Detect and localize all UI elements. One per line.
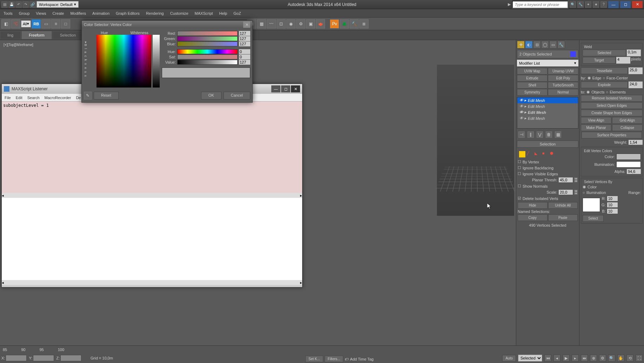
face-icon[interactable]: ◣ xyxy=(535,151,541,157)
surface-properties-header[interactable]: Surface Properties xyxy=(582,132,642,138)
save-icon[interactable]: 💾 xyxy=(8,1,15,8)
g-spinner[interactable]: 10 xyxy=(607,202,618,207)
next-frame-icon[interactable]: ▸ xyxy=(572,355,579,362)
view-align-button[interactable]: View Align xyxy=(581,117,611,124)
illum-swatch[interactable] xyxy=(616,161,641,168)
unhide-button[interactable]: Unhide All xyxy=(548,202,578,209)
mod-uvwmap[interactable]: UVW Map xyxy=(517,68,547,74)
mod-extrude[interactable]: Extrude xyxy=(517,75,547,82)
x-input[interactable] xyxy=(6,355,27,361)
create-shape-button[interactable]: Create Shape from Edges xyxy=(581,110,643,116)
listener-scrollbar[interactable]: ◂▸ xyxy=(2,193,302,198)
close-button[interactable]: ✕ xyxy=(632,1,643,8)
undo-icon[interactable]: ↶ xyxy=(15,1,22,8)
material-icon[interactable]: ◉ xyxy=(286,19,296,28)
b-spinner[interactable]: 10 xyxy=(607,209,618,214)
scale-spinner[interactable]: 20,0 xyxy=(559,190,573,195)
stack-item[interactable]: 👁 ▸Edit Mesh xyxy=(517,103,578,109)
sat-slider[interactable] xyxy=(177,54,238,59)
workspace-dropdown[interactable]: Workspace: Default▾ xyxy=(36,1,79,8)
copy-button[interactable]: Copy xyxy=(518,214,547,221)
value-gradient[interactable] xyxy=(153,35,160,87)
make-planar-button[interactable]: Make Planar xyxy=(581,124,611,131)
curve-icon[interactable]: 〰 xyxy=(267,19,276,28)
mod-normal[interactable]: Normal xyxy=(548,89,578,96)
hue-gradient[interactable] xyxy=(97,35,151,87)
spin-up-icon[interactable]: ▴ xyxy=(574,190,578,192)
mod-turbosmooth[interactable]: TurboSmooth xyxy=(548,82,578,89)
tab-create-icon[interactable]: ✚ xyxy=(517,41,525,48)
goto-end-icon[interactable]: ⏭ xyxy=(581,355,588,362)
listener-maximize-button[interactable]: ◻ xyxy=(281,85,290,92)
hide-button[interactable]: Hide xyxy=(518,202,547,209)
stack-item[interactable]: 👁 ▸Edit Mesh xyxy=(517,109,578,115)
menu-create[interactable]: Create xyxy=(52,11,64,15)
grid-align-button[interactable]: Grid Align xyxy=(612,117,643,124)
search-arrow-icon[interactable]: ▶ xyxy=(508,2,511,7)
star-icon[interactable]: ★ xyxy=(593,1,599,8)
list-icon[interactable]: ≣ xyxy=(359,19,369,28)
vertex-icon[interactable]: ∴ xyxy=(519,151,525,157)
sat-value[interactable]: 0 xyxy=(239,54,250,59)
zoom-icon[interactable]: 🔍 xyxy=(608,355,615,362)
remove-isolated-button[interactable]: Remove Isolated Vertices xyxy=(581,95,643,102)
tab-utilities-icon[interactable]: 🔧 xyxy=(557,41,565,48)
make-unique-icon[interactable]: ⋁ xyxy=(537,131,543,138)
menu-rendering[interactable]: Rendering xyxy=(146,11,164,15)
link-icon[interactable]: 🔗 xyxy=(29,1,36,8)
menu-goz[interactable]: GoZ xyxy=(233,11,241,15)
red-value[interactable]: 127 xyxy=(239,31,250,36)
color-dialog-titlebar[interactable]: Color Selector: Vertex Color ✕ xyxy=(82,21,252,28)
weld-selected-button[interactable]: Selected xyxy=(583,50,626,56)
explode-spinner[interactable]: 24,0 xyxy=(629,82,643,88)
hammer-icon[interactable]: 🔨 xyxy=(350,19,359,28)
select-region-icon[interactable]: □ xyxy=(61,19,70,28)
menu-views[interactable]: Views xyxy=(36,11,46,15)
spin-down-icon[interactable]: ▾ xyxy=(574,180,578,182)
prev-frame-icon[interactable]: ◂ xyxy=(553,355,560,362)
weld-target-button[interactable]: Target xyxy=(583,57,616,64)
color-preview[interactable] xyxy=(162,67,250,78)
listener-close-button[interactable]: ✕ xyxy=(291,85,300,92)
listener-menu-macro[interactable]: MacroRecorder xyxy=(45,96,71,100)
menu-maxscript[interactable]: MAXScript xyxy=(195,11,213,15)
hue-slider[interactable] xyxy=(177,49,238,54)
hue-value[interactable]: 0 xyxy=(239,49,250,54)
select-open-edges-button[interactable]: Select Open Edges xyxy=(581,102,643,109)
tab-modify-icon[interactable]: ◐ xyxy=(525,41,533,48)
tree-icon[interactable]: 🌲 xyxy=(340,19,349,28)
menu-help[interactable]: Help xyxy=(219,11,227,15)
delete-isolated-checkbox[interactable]: ☑Delete Isolated Verts xyxy=(518,195,578,201)
facecenter-radio[interactable]: ○ xyxy=(603,76,605,80)
menu-customize[interactable]: Customize xyxy=(170,11,188,15)
select-color-swatch[interactable] xyxy=(583,198,600,212)
listener-input[interactable] xyxy=(2,198,302,280)
tab-hierarchy-icon[interactable]: ⊟ xyxy=(533,41,541,48)
orbit-icon[interactable]: ⟲ xyxy=(626,355,633,362)
exchange-icon[interactable]: ✦ xyxy=(585,1,591,8)
object-color-swatch[interactable] xyxy=(570,51,576,57)
search-input[interactable] xyxy=(512,1,568,8)
edge-icon[interactable]: ╱ xyxy=(527,151,533,157)
element-icon[interactable]: ⬢ xyxy=(550,151,556,157)
menu-group[interactable]: Group xyxy=(19,11,30,15)
green-slider[interactable] xyxy=(177,36,238,41)
selection-rollout-header[interactable]: Selection xyxy=(517,141,578,148)
stack-item[interactable]: 👁 ▸Edit Mesh xyxy=(517,115,578,121)
y-input[interactable] xyxy=(33,355,54,361)
tessellate-button[interactable]: Tessellate xyxy=(581,67,628,74)
listener-output[interactable]: subobjectLevel = 1 xyxy=(2,102,302,193)
show-end-icon[interactable]: ∥ xyxy=(527,131,534,138)
spin-up-icon[interactable]: ▴ xyxy=(574,177,578,180)
render-setup-icon[interactable]: ⚙ xyxy=(296,19,305,28)
help-icon[interactable]: ? xyxy=(600,1,607,8)
weld-selected-spinner[interactable]: 0,1m xyxy=(627,50,641,56)
render-frame-icon[interactable]: ▣ xyxy=(306,19,315,28)
schematic-icon[interactable]: ⊡ xyxy=(277,19,286,28)
planar-spinner[interactable]: 45,0 xyxy=(559,177,573,182)
z-input[interactable] xyxy=(60,355,81,361)
ignore-backfacing-checkbox[interactable]: ☐Ignore Backfacing xyxy=(518,165,578,171)
ignore-visible-checkbox[interactable]: ☐Ignore Visible Edges xyxy=(518,171,578,177)
listener-menu-search[interactable]: Search xyxy=(27,96,40,100)
color-radio[interactable]: ◉ xyxy=(583,184,586,189)
